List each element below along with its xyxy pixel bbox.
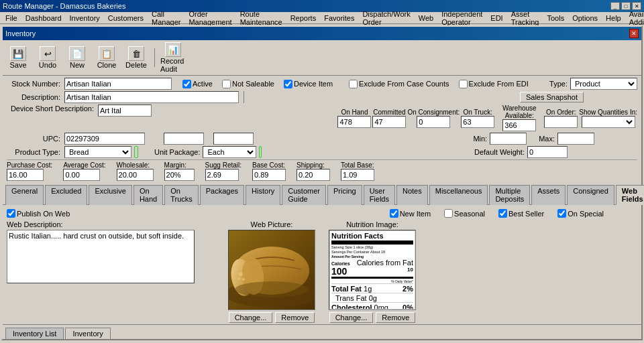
- upc-extra2-input[interactable]: [213, 133, 254, 145]
- tab-assets[interactable]: Assets: [531, 185, 566, 205]
- max-input[interactable]: [557, 133, 594, 145]
- tab-on-trucks[interactable]: On Trucks: [164, 185, 199, 205]
- web-picture-remove-button[interactable]: Remove: [275, 312, 315, 323]
- type-select[interactable]: Product: [570, 78, 637, 90]
- description-input[interactable]: [64, 91, 239, 103]
- new-button[interactable]: 📄 New: [64, 46, 90, 69]
- web-description-textarea[interactable]: Rustic Italian..... hard crust on outsid…: [7, 230, 195, 283]
- tab-consigned[interactable]: Consigned: [567, 185, 614, 205]
- on-order-input[interactable]: [544, 116, 578, 128]
- warehouse-available-label: Warehouse Available:: [496, 105, 543, 119]
- tab-customer-guide[interactable]: Customer Guide: [282, 185, 326, 205]
- seasonal-checkbox[interactable]: [444, 209, 453, 218]
- best-seller-checkbox[interactable]: [498, 209, 507, 218]
- menu-favorites[interactable]: Favorites: [320, 13, 358, 23]
- stock-number-input[interactable]: [64, 78, 172, 90]
- default-weight-input[interactable]: [527, 146, 568, 158]
- menu-edi[interactable]: EDI: [486, 13, 506, 23]
- web-description-label: Web Description:: [7, 220, 63, 228]
- tab-exclusive[interactable]: Exclusive: [89, 185, 131, 205]
- tab-user-fields[interactable]: User Fields: [364, 185, 395, 205]
- tab-miscellaneous[interactable]: Miscellaneous: [429, 185, 488, 205]
- nutrition-facts-title: Nutrition Facts: [331, 232, 413, 245]
- purchase-cost-input[interactable]: [7, 169, 44, 181]
- menu-options[interactable]: Options: [568, 13, 602, 23]
- menu-help[interactable]: Help: [602, 13, 625, 23]
- unit-package-select[interactable]: Each: [203, 146, 256, 158]
- menu-dispatch[interactable]: Dispatch/Work Order: [358, 9, 414, 27]
- menu-reports[interactable]: Reports: [286, 13, 321, 23]
- window-close-button[interactable]: ✕: [629, 29, 639, 38]
- nutrition-remove-button[interactable]: Remove: [376, 312, 415, 323]
- sugg-retail-input[interactable]: [205, 169, 239, 181]
- menu-order-management[interactable]: Order Management: [184, 9, 235, 27]
- tab-excluded[interactable]: Excluded: [45, 185, 87, 205]
- minimize-button[interactable]: _: [610, 2, 620, 10]
- nutrition-image-panel: Nutrition Image: Nutrition Facts Serving…: [329, 220, 416, 323]
- min-label: Min:: [473, 135, 487, 143]
- on-consignment-input[interactable]: [417, 116, 450, 128]
- bottom-tabs: Inventory List Inventory: [3, 324, 641, 339]
- bottom-tab-inventory-list[interactable]: Inventory List: [5, 328, 64, 339]
- committed-input[interactable]: [372, 116, 406, 128]
- sales-snapshot-button[interactable]: Sales Snapshot: [520, 92, 584, 102]
- avg-cost-input[interactable]: [63, 169, 100, 181]
- tab-pricing[interactable]: Pricing: [327, 185, 362, 205]
- tab-on-hand[interactable]: On Hand: [133, 185, 163, 205]
- nutrition-change-button[interactable]: Change...: [329, 312, 374, 323]
- exclude-edi-checkbox[interactable]: [459, 80, 468, 88]
- not-saleable-checkbox[interactable]: [222, 80, 231, 88]
- on-special-label: On Special: [568, 210, 604, 218]
- device-short-desc-input[interactable]: [98, 105, 152, 117]
- menu-tools[interactable]: Tools: [543, 13, 568, 23]
- record-audit-button[interactable]: 📊 Record Audit: [160, 42, 186, 73]
- menu-web[interactable]: Web: [415, 13, 437, 23]
- margin-input[interactable]: [164, 169, 195, 181]
- warehouse-available-input[interactable]: [502, 119, 536, 131]
- new-item-wrap: New Item: [390, 209, 431, 218]
- min-input[interactable]: [490, 133, 527, 145]
- tab-packages[interactable]: Packages: [200, 185, 244, 205]
- tab-general[interactable]: General: [5, 185, 44, 205]
- tab-history[interactable]: History: [246, 185, 280, 205]
- menu-dashboard[interactable]: Dashboard: [21, 13, 66, 23]
- web-picture-change-button[interactable]: Change...: [229, 312, 273, 323]
- tab-web-fields[interactable]: Web Fields: [616, 185, 644, 205]
- upc-extra-input[interactable]: [164, 133, 204, 145]
- menu-call-manager[interactable]: Call Manager: [148, 9, 184, 27]
- delete-button[interactable]: 🗑 Delete: [123, 46, 149, 69]
- bottom-tab-inventory[interactable]: Inventory: [65, 328, 110, 339]
- device-item-checkbox[interactable]: [284, 80, 292, 88]
- menu-route-maintenance[interactable]: Route Maintenance: [236, 9, 286, 27]
- show-quantities-in-select[interactable]: [582, 116, 635, 128]
- on-hand-input[interactable]: [337, 116, 371, 128]
- exclude-case-counts-checkbox[interactable]: [349, 80, 358, 88]
- tab-notes[interactable]: Notes: [396, 185, 428, 205]
- upc-label: UPC:: [7, 135, 60, 143]
- menu-asset-tracking[interactable]: Asset Tracking: [507, 9, 543, 27]
- save-button[interactable]: 💾 Save: [5, 46, 31, 69]
- clone-button[interactable]: 📋 Clone: [94, 46, 119, 69]
- active-checkbox[interactable]: [182, 80, 191, 88]
- menu-customers[interactable]: Customers: [104, 13, 148, 23]
- upc-input[interactable]: [64, 133, 145, 145]
- base-cost-input[interactable]: [252, 169, 286, 181]
- margin-label: Margin:: [164, 161, 195, 169]
- menu-independent-operator[interactable]: Independent Operator: [437, 9, 486, 27]
- new-item-checkbox[interactable]: [390, 209, 398, 218]
- tab-multiple-deposits[interactable]: Multiple Deposits: [489, 185, 530, 205]
- product-type-select[interactable]: Bread: [64, 146, 131, 158]
- shipping-input[interactable]: [297, 169, 330, 181]
- undo-button[interactable]: ↩ Undo: [35, 46, 60, 69]
- on-truck-input[interactable]: [461, 116, 494, 128]
- menu-inventory[interactable]: Inventory: [66, 13, 104, 23]
- publish-on-web-checkbox[interactable]: [7, 209, 15, 218]
- undo-icon: ↩: [40, 46, 56, 61]
- default-weight-label: Default Weight:: [474, 148, 525, 156]
- menu-file[interactable]: File: [1, 13, 21, 23]
- menu-available-addins[interactable]: Available Addins: [625, 9, 644, 27]
- total-base-input[interactable]: [341, 169, 374, 181]
- on-special-checkbox[interactable]: [557, 209, 566, 218]
- wholesale-input[interactable]: [117, 169, 154, 181]
- nutrition-trans-fat: Trans Fat 0g: [331, 293, 413, 303]
